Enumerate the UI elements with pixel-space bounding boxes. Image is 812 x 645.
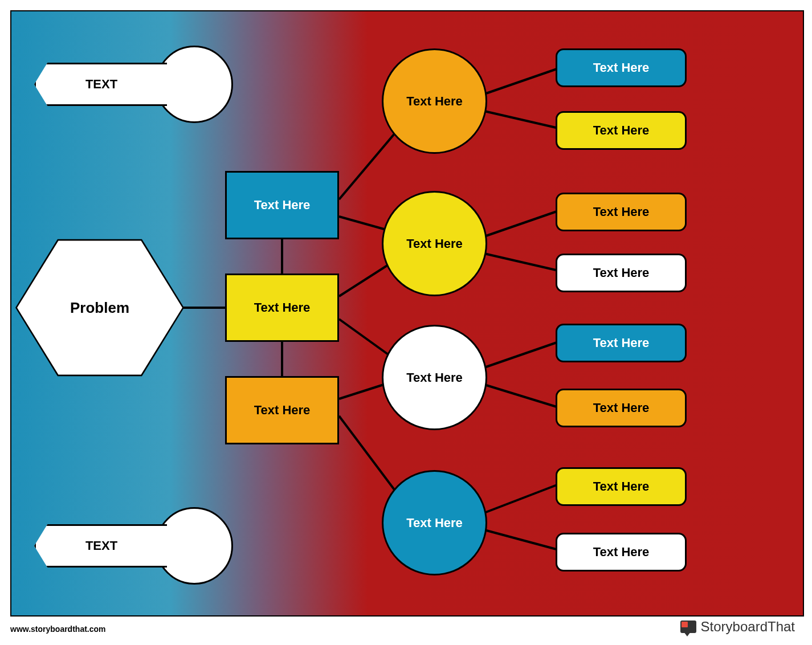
svg-line-8 xyxy=(484,68,558,94)
level2-circle-d: Text Here xyxy=(382,470,487,575)
level3-pill-b2: Text Here xyxy=(556,254,687,292)
level3-pill-a2: Text Here xyxy=(556,111,687,150)
level3-d1-label: Text Here xyxy=(593,479,650,494)
level2-circle-b: Text Here xyxy=(382,191,487,296)
level3-pill-c2: Text Here xyxy=(556,389,687,427)
svg-line-11 xyxy=(484,254,558,271)
banner-top-bulb xyxy=(156,46,233,123)
banner-bottom: TEXT xyxy=(34,507,233,585)
banner-bottom-label: TEXT xyxy=(34,524,167,568)
footer-url: www.storyboardthat.com xyxy=(10,624,106,634)
level3-d2-label: Text Here xyxy=(593,545,650,560)
level2-d-label: Text Here xyxy=(406,516,463,530)
banner-top: TEXT xyxy=(34,46,233,123)
level3-c2-label: Text Here xyxy=(593,401,650,415)
banner-bottom-bulb xyxy=(156,507,233,585)
level2-c-label: Text Here xyxy=(406,370,463,385)
speech-bubble-icon xyxy=(680,620,696,633)
level3-pill-d2: Text Here xyxy=(556,533,687,571)
level3-b2-label: Text Here xyxy=(593,266,650,280)
svg-line-12 xyxy=(484,342,558,368)
level3-a2-label: Text Here xyxy=(593,123,650,138)
level2-circle-c: Text Here xyxy=(382,325,487,430)
brand-logo: StoryboardThat xyxy=(680,619,795,635)
level1-box-c: Text Here xyxy=(225,376,339,444)
diagram-frame: TEXT TEXT Problem Text Here Text Here Te… xyxy=(0,0,812,645)
level3-b1-label: Text Here xyxy=(593,205,650,219)
svg-line-10 xyxy=(484,211,558,236)
brand-name: StoryboardThat xyxy=(701,619,795,635)
level1-box-b: Text Here xyxy=(225,273,339,342)
level3-pill-b1: Text Here xyxy=(556,193,687,231)
level3-pill-a1: Text Here xyxy=(556,48,687,87)
svg-line-9 xyxy=(484,111,558,128)
svg-line-15 xyxy=(484,530,558,550)
svg-line-13 xyxy=(484,385,558,407)
diagram-canvas: TEXT TEXT Problem Text Here Text Here Te… xyxy=(10,10,804,617)
level1-b-label: Text Here xyxy=(254,300,311,315)
level2-a-label: Text Here xyxy=(406,94,463,109)
level3-pill-d1: Text Here xyxy=(556,467,687,506)
level2-b-label: Text Here xyxy=(406,236,463,251)
level1-a-label: Text Here xyxy=(254,198,311,213)
root-hexagon: Problem xyxy=(17,236,182,379)
banner-top-label: TEXT xyxy=(34,63,167,106)
level3-pill-c1: Text Here xyxy=(556,324,687,362)
svg-line-14 xyxy=(484,484,558,513)
level3-a1-label: Text Here xyxy=(593,60,650,75)
level2-circle-a: Text Here xyxy=(382,48,487,154)
level1-box-a: Text Here xyxy=(225,171,339,239)
level1-c-label: Text Here xyxy=(254,403,311,418)
root-label: Problem xyxy=(70,299,129,317)
level3-c1-label: Text Here xyxy=(593,336,650,350)
